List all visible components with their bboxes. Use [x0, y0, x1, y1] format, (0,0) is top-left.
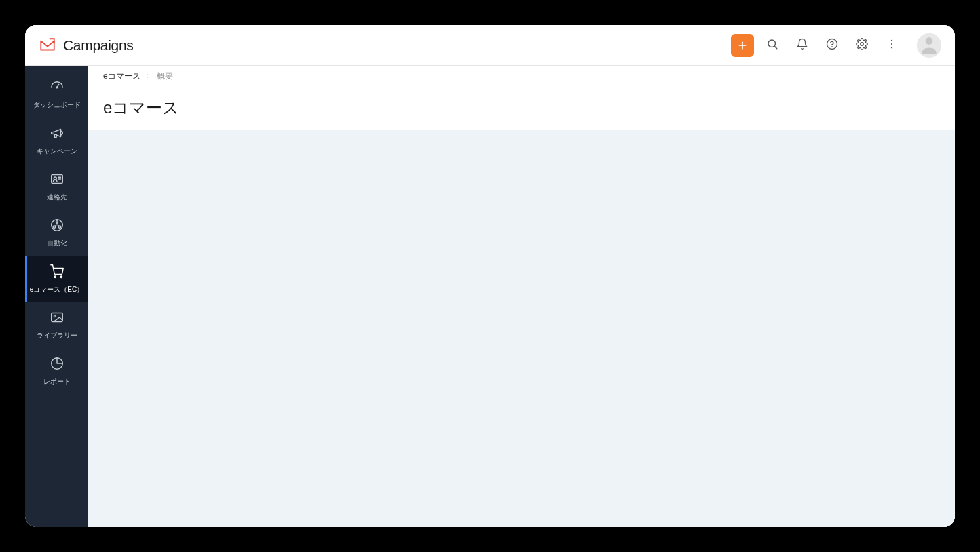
report-icon	[50, 356, 64, 374]
sidebar-label: キャンペーン	[37, 147, 77, 155]
svg-point-13	[56, 87, 58, 88]
settings-button[interactable]	[850, 34, 873, 57]
megaphone-icon	[50, 125, 64, 143]
svg-point-6	[861, 43, 864, 46]
svg-rect-24	[51, 313, 62, 322]
dashboard-icon	[50, 79, 64, 97]
sidebar-item-reports[interactable]: レポート	[25, 348, 88, 394]
sidebar-label: 自動化	[47, 239, 67, 248]
more-button[interactable]	[880, 34, 903, 57]
sidebar-item-library[interactable]: ライブラリー	[25, 302, 88, 348]
svg-point-23	[60, 276, 62, 277]
page-header: eコマース	[88, 87, 955, 130]
bell-icon	[796, 38, 808, 52]
svg-point-22	[54, 276, 56, 277]
sidebar-label: eコマース（EC）	[30, 285, 83, 294]
sidebar-item-dashboard[interactable]: ダッシュボード	[25, 71, 88, 117]
body-wrap: ダッシュボード キャンペーン	[25, 66, 955, 527]
sidebar-item-contacts[interactable]: 連絡先	[25, 163, 88, 210]
brand: Campaigns	[39, 37, 134, 54]
gear-icon	[856, 38, 868, 52]
svg-point-15	[54, 177, 56, 180]
chevron-right-icon	[146, 73, 151, 80]
notifications-button[interactable]	[791, 34, 814, 57]
contacts-icon	[50, 172, 64, 189]
cart-icon	[50, 264, 64, 281]
svg-line-3	[774, 46, 776, 48]
add-button[interactable]	[731, 34, 754, 57]
svg-point-4	[827, 39, 837, 50]
sidebar-item-automation[interactable]: 自動化	[25, 210, 88, 256]
sidebar: ダッシュボード キャンペーン	[25, 66, 88, 527]
svg-point-25	[54, 315, 56, 317]
breadcrumb-current: 概要	[157, 71, 173, 82]
header-actions	[731, 33, 941, 58]
search-icon	[766, 38, 778, 52]
svg-point-7	[891, 40, 892, 41]
top-header: Campaigns	[25, 25, 955, 66]
page-title: eコマース	[103, 97, 940, 119]
sidebar-label: ダッシュボード	[33, 101, 81, 109]
more-vertical-icon	[886, 38, 898, 52]
brand-title: Campaigns	[63, 37, 134, 54]
avatar[interactable]	[917, 33, 941, 58]
help-button[interactable]	[821, 34, 844, 57]
content-area	[88, 130, 955, 527]
automation-icon	[50, 218, 64, 235]
sidebar-label: レポート	[43, 378, 71, 386]
sidebar-item-ecommerce[interactable]: eコマース（EC）	[25, 256, 88, 302]
library-icon	[50, 310, 64, 328]
sidebar-label: 連絡先	[47, 193, 67, 201]
breadcrumb-root[interactable]: eコマース	[103, 71, 140, 82]
svg-point-11	[926, 37, 933, 45]
app-window: Campaigns	[25, 25, 955, 527]
svg-point-9	[891, 47, 892, 48]
user-avatar-icon	[917, 33, 941, 58]
help-icon	[826, 38, 838, 52]
main: eコマース 概要 eコマース	[88, 66, 955, 527]
sidebar-item-campaigns[interactable]: キャンペーン	[25, 117, 88, 163]
search-button[interactable]	[761, 34, 784, 57]
svg-point-8	[891, 43, 892, 45]
breadcrumb: eコマース 概要	[88, 66, 955, 87]
sidebar-label: ライブラリー	[37, 332, 77, 340]
brand-logo-icon	[39, 37, 56, 54]
